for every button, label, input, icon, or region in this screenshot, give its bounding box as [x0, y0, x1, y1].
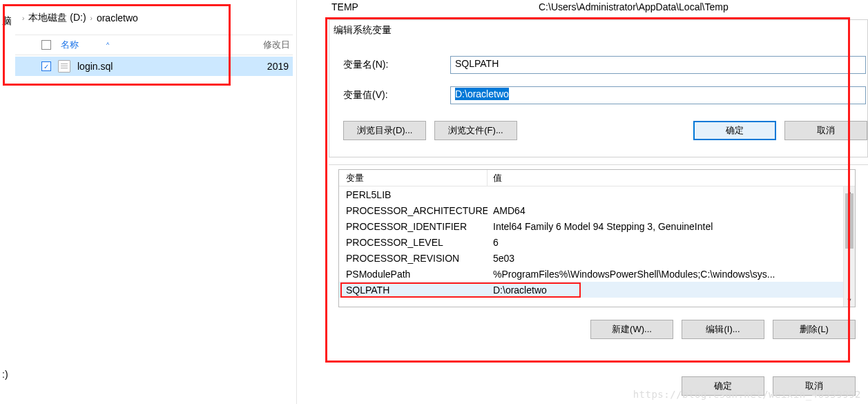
env-row-sqlpath[interactable]: SQLPATHD:\oracletwo	[339, 282, 855, 298]
env-row[interactable]: PROCESSOR_REVISION5e03	[339, 250, 855, 266]
browse-dir-button[interactable]: 浏览目录(D)...	[343, 121, 426, 140]
scroll-thumb[interactable]	[845, 193, 853, 249]
file-date: 2019	[267, 61, 289, 72]
nav-tree-bottom: :)	[2, 369, 8, 380]
system-variables-list-panel: 变量 值 PERL5LIB PROCESSOR_ARCHITECTUREAMD6…	[329, 164, 868, 339]
file-explorer-panel: 脑 :) › 本地磁盘 (D:) › oracletwo 名称 ^ 修改日 lo…	[0, 0, 297, 404]
var-name-input[interactable]: SQLPATH	[450, 56, 866, 74]
env-row[interactable]: PROCESSOR_ARCHITECTUREAMD64	[339, 202, 855, 218]
env-var-name: TEMP	[331, 1, 358, 12]
env-row[interactable]: PSModulePath%ProgramFiles%\WindowsPowerS…	[339, 266, 855, 282]
file-icon	[58, 60, 70, 73]
env-row[interactable]: PROCESSOR_LEVEL6	[339, 234, 855, 250]
new-var-button[interactable]: 新建(W)...	[590, 320, 673, 339]
scrollbar[interactable]: ▲ ▼	[843, 186, 855, 307]
env-list-box[interactable]: 变量 值 PERL5LIB PROCESSOR_ARCHITECTUREAMD6…	[338, 169, 856, 307]
nav-tree-label: 脑	[2, 15, 12, 28]
breadcrumb[interactable]: › 本地磁盘 (D:) › oracletwo	[15, 8, 293, 28]
breadcrumb-seg-folder[interactable]: oracletwo	[97, 12, 138, 23]
breadcrumb-seg-disk[interactable]: 本地磁盘 (D:)	[28, 12, 86, 24]
var-name-label: 变量名(N):	[343, 59, 450, 71]
var-value-label: 变量值(V):	[343, 89, 450, 102]
env-list-header: 变量 值	[339, 170, 855, 186]
file-row[interactable]: login.sql 2019	[15, 57, 293, 76]
env-var-value: C:\Users\Administrator\AppData\Local\Tem…	[539, 1, 868, 12]
env-row[interactable]: PROCESSOR_IDENTIFIERIntel64 Family 6 Mod…	[339, 218, 855, 234]
file-checkbox[interactable]	[41, 61, 51, 71]
ok-button[interactable]: 确定	[693, 121, 776, 140]
env-row-temp: TEMP C:\Users\Administrator\AppData\Loca…	[331, 1, 358, 12]
sort-asc-icon: ^	[106, 41, 109, 48]
chevron-right-icon: ›	[22, 15, 24, 22]
var-value-input[interactable]: D:\oracletwo	[450, 86, 866, 104]
edit-env-var-dialog: 编辑系统变量 变量名(N): SQLPATH 变量值(V): D:\oracle…	[329, 19, 868, 157]
edit-var-button[interactable]: 编辑(I)...	[682, 320, 764, 339]
watermark: https://blog.csdn.net/weixin_46959992	[633, 389, 861, 400]
env-row[interactable]: PERL5LIB	[339, 186, 855, 202]
explorer-nav-tree: 脑 :)	[0, 0, 15, 404]
col-header-val[interactable]: 值	[488, 172, 855, 184]
cancel-button[interactable]: 取消	[784, 121, 867, 140]
chevron-right-icon: ›	[90, 15, 93, 22]
file-name: login.sql	[77, 61, 113, 72]
file-list-header: 名称 ^ 修改日	[15, 35, 293, 55]
scroll-down-icon[interactable]: ▼	[844, 295, 855, 307]
select-all-checkbox[interactable]	[41, 40, 51, 50]
dialog-title: 编辑系统变量	[329, 20, 867, 44]
column-header-modified[interactable]: 修改日	[263, 39, 290, 51]
col-header-var[interactable]: 变量	[339, 170, 488, 186]
column-header-name[interactable]: 名称	[61, 39, 79, 51]
delete-var-button[interactable]: 删除(L)	[773, 320, 856, 339]
browse-file-button[interactable]: 浏览文件(F)...	[434, 121, 517, 140]
